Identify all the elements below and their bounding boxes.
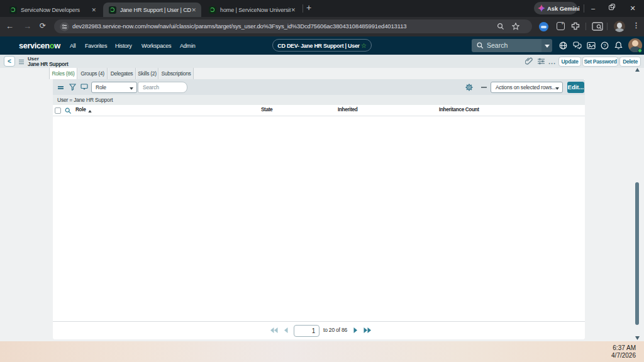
svg-text:?: ? — [603, 43, 606, 48]
